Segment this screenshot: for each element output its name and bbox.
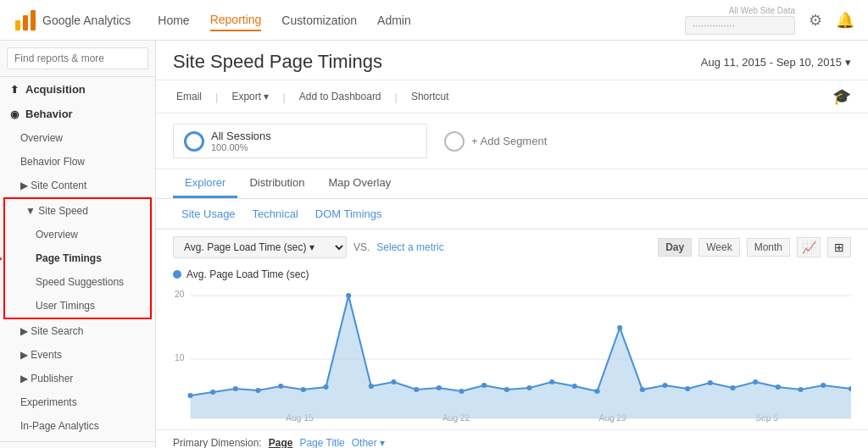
view-day-button[interactable]: Day	[658, 238, 692, 257]
svg-point-27	[504, 387, 509, 392]
export-button[interactable]: Export ▾	[228, 89, 272, 104]
prim-dim-other[interactable]: Other ▾	[352, 437, 385, 448]
svg-point-25	[459, 389, 464, 394]
bar-chart-button[interactable]: ⊞	[827, 237, 851, 257]
svg-point-39	[776, 384, 781, 390]
main-layout: ⬆ Acquisition ◉ Behavior Overview Behavi…	[0, 41, 868, 448]
sidebar: ⬆ Acquisition ◉ Behavior Overview Behavi…	[0, 41, 156, 448]
sidebar-item-site-speed[interactable]: ▼ Site Speed	[5, 199, 150, 223]
account-selector-sublabel: All Web Site Data	[685, 6, 795, 15]
svg-point-17	[278, 384, 283, 389]
svg-marker-12	[191, 296, 851, 418]
date-range[interactable]: Aug 11, 2015 - Sep 10, 2015 ▾	[701, 56, 851, 69]
share-icon[interactable]: 🎓	[832, 87, 851, 106]
date-range-chevron: ▾	[845, 56, 851, 69]
chart-controls: Avg. Page Load Time (sec) ▾ VS. Select a…	[156, 230, 868, 265]
acquisition-icon: ⬆	[10, 84, 19, 96]
svg-point-31	[594, 389, 599, 394]
account-dropdown[interactable]: ···············	[685, 16, 795, 35]
settings-icon[interactable]: ⚙	[809, 11, 822, 30]
tab-distribution[interactable]: Distribution	[237, 169, 316, 198]
chart-svg: 20 10 Aug 15 Aug 22 Aug 29 Sep 5	[173, 287, 851, 423]
svg-point-41	[821, 383, 826, 388]
segment-chip-all-sessions[interactable]: All Sessions 100.00%	[173, 124, 427, 158]
sub-tab-technical[interactable]: Technical	[244, 204, 307, 224]
nav-customization[interactable]: Customization	[281, 10, 357, 30]
svg-point-22	[391, 379, 396, 384]
svg-rect-0	[15, 20, 20, 30]
view-week-button[interactable]: Week	[698, 238, 739, 257]
metric-select[interactable]: Avg. Page Load Time (sec) ▾	[173, 236, 347, 258]
notifications-icon[interactable]: 🔔	[836, 11, 854, 30]
add-segment-circle	[444, 131, 465, 152]
main-content: Site Speed Page Timings Aug 11, 2015 - S…	[156, 41, 868, 448]
svg-point-29	[549, 379, 554, 384]
vs-label: VS.	[353, 241, 370, 253]
sidebar-item-user-timings[interactable]: User Timings	[5, 294, 150, 318]
sidebar-item-behavior[interactable]: ◉ Behavior	[0, 102, 155, 126]
svg-point-13	[187, 393, 192, 398]
sidebar-item-events[interactable]: ▶ Events	[0, 343, 155, 367]
prim-dim-page[interactable]: Page	[269, 437, 293, 448]
top-navigation: Google Analytics Home Reporting Customiz…	[0, 0, 868, 41]
sidebar-section-behavior: ◉ Behavior Overview Behavior Flow ▶ Site…	[0, 102, 155, 438]
nav-reporting[interactable]: Reporting	[210, 9, 262, 31]
legend-dot	[173, 270, 181, 279]
add-segment-button[interactable]: + Add Segment	[444, 131, 547, 152]
sidebar-item-site-content[interactable]: ▶ Site Content	[0, 174, 155, 197]
sidebar-item-behavior-flow[interactable]: Behavior Flow	[0, 150, 155, 174]
page-title: Site Speed Page Timings	[173, 51, 382, 73]
sidebar-item-overview[interactable]: Overview	[0, 126, 155, 150]
sidebar-item-experiments[interactable]: Experiments	[0, 390, 155, 414]
search-input[interactable]	[7, 47, 148, 69]
sidebar-item-site-search[interactable]: ▶ Site Search	[0, 319, 155, 343]
toolbar-sep2: |	[282, 91, 285, 103]
svg-point-20	[346, 293, 351, 298]
tab-explorer[interactable]: Explorer	[173, 169, 237, 198]
nav-home[interactable]: Home	[158, 10, 189, 30]
tab-map-overlay[interactable]: Map Overlay	[316, 169, 403, 198]
prim-dim-page-title[interactable]: Page Title	[299, 437, 344, 448]
sub-tab-dom-timings[interactable]: DOM Timings	[307, 204, 391, 224]
svg-point-33	[640, 387, 645, 392]
svg-point-21	[369, 384, 374, 389]
svg-text:20: 20	[175, 290, 185, 299]
sidebar-item-acquisition[interactable]: ⬆ Acquisition	[0, 77, 155, 102]
svg-point-38	[753, 379, 758, 384]
segment-info: All Sessions 100.00%	[211, 130, 271, 152]
svg-text:10: 10	[175, 353, 185, 362]
email-button[interactable]: Email	[173, 89, 205, 104]
tab-bar: Explorer Distribution Map Overlay	[156, 169, 868, 199]
nav-admin[interactable]: Admin	[377, 10, 411, 30]
sidebar-item-page-timings[interactable]: Page Timings	[5, 246, 150, 270]
line-chart-button[interactable]: 📈	[797, 237, 821, 257]
account-selector-wrapper: All Web Site Data ···············	[685, 6, 795, 35]
sub-tab-site-usage[interactable]: Site Usage	[173, 204, 244, 224]
select-metric-link[interactable]: Select a metric	[376, 241, 443, 253]
svg-rect-2	[31, 10, 36, 30]
svg-point-37	[730, 385, 735, 390]
svg-point-16	[255, 388, 260, 393]
view-month-button[interactable]: Month	[747, 238, 790, 257]
segment-circle	[184, 131, 204, 152]
sidebar-item-in-page-analytics[interactable]: In-Page Analytics	[0, 414, 155, 438]
logo: Google Analytics	[14, 8, 131, 32]
segment-bar: All Sessions 100.00% + Add Segment	[156, 113, 868, 169]
toolbar-sep3: |	[395, 91, 398, 103]
svg-point-30	[572, 384, 577, 389]
nav-links: Home Reporting Customization Admin	[158, 9, 410, 31]
shortcut-button[interactable]: Shortcut	[408, 89, 453, 104]
sidebar-item-publisher[interactable]: ▶ Publisher	[0, 367, 155, 390]
chart-legend: Avg. Page Load Time (sec)	[173, 265, 851, 287]
svg-point-34	[662, 383, 667, 388]
main-header: Site Speed Page Timings Aug 11, 2015 - S…	[156, 41, 868, 80]
sidebar-item-speed-suggestions[interactable]: Speed Suggestions	[5, 270, 150, 294]
svg-point-40	[798, 387, 803, 392]
chart-area: Avg. Page Load Time (sec) 20 10 Aug 15 A…	[156, 265, 868, 429]
site-speed-section-highlight: → ▼ Site Speed Overview Page Timings Spe…	[3, 197, 152, 319]
svg-point-23	[414, 387, 419, 392]
svg-point-14	[210, 390, 215, 395]
sidebar-divider	[0, 441, 155, 442]
add-dashboard-button[interactable]: Add to Dashboard	[296, 89, 385, 104]
sidebar-item-speed-overview[interactable]: Overview	[5, 223, 150, 246]
